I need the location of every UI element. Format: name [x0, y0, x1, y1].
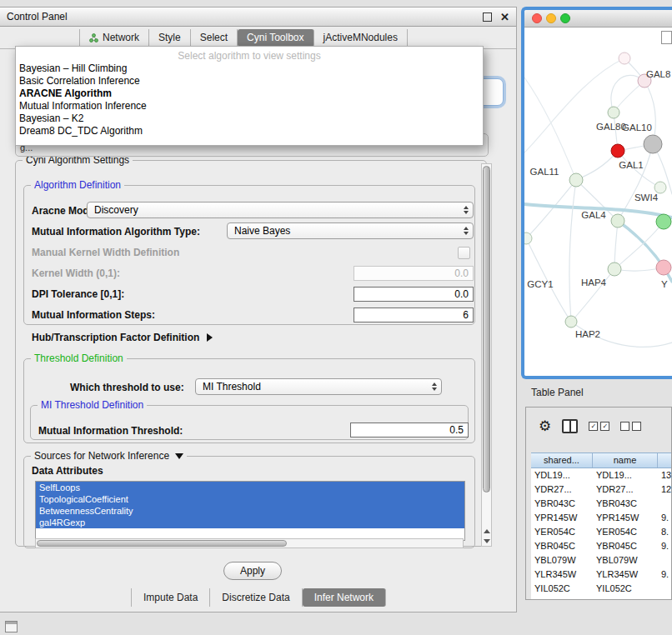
aracne-mode-value: Discovery [94, 204, 138, 216]
manual-kernel-checkbox[interactable] [458, 247, 470, 259]
node-label-gal10: GAL10 [622, 122, 652, 132]
table-cell: YER054C [593, 525, 658, 539]
scrollbar-thumb[interactable] [483, 166, 490, 492]
tab-label: Cyni Toolbox [247, 31, 303, 45]
table-cell: YBR045C [531, 539, 593, 553]
dpi-tolerance-field[interactable] [354, 287, 474, 302]
network-node[interactable] [644, 135, 662, 153]
tab-select[interactable]: Select [191, 29, 238, 47]
bottom-tab-infer-network[interactable]: Infer Network [303, 588, 386, 607]
scroll-down-icon[interactable] [484, 539, 490, 543]
network-node[interactable] [656, 214, 671, 229]
tab-label: Network [103, 31, 139, 45]
manual-kernel-label: Manual Kernel Width Definition [32, 247, 179, 258]
node-label-gal1: GAL1 [619, 160, 643, 170]
attribute-gal4rgexp[interactable]: gal4RGexp [36, 517, 464, 528]
table-cell: YBR045C [593, 539, 658, 553]
algorithm-option-bayesian-hill-climbing[interactable]: Bayesian – Hill Climbing [16, 62, 483, 75]
checked-box-glyph: ✓ [600, 422, 609, 431]
column-header-col2[interactable] [658, 453, 672, 468]
bottom-tab-impute-data[interactable]: Impute Data [131, 588, 210, 607]
network-node[interactable] [654, 182, 666, 193]
algorithm-option-dream8-dc-tdc-algorithm[interactable]: Dream8 DC_TDC Algorithm [16, 125, 483, 138]
table-row[interactable]: YBL079WYBL079W [531, 553, 672, 568]
algorithm-option-mutual-information-inference[interactable]: Mutual Information Inference [16, 100, 483, 112]
aracne-mode-select[interactable]: Discovery [87, 202, 474, 218]
network-node[interactable] [524, 232, 532, 244]
close-traffic-light-icon[interactable] [532, 13, 542, 23]
algorithm-option-bayesian-k2[interactable]: Bayesian – K2 [16, 112, 483, 125]
table-cell: YIL052C [531, 582, 593, 596]
network-node[interactable] [611, 214, 624, 228]
attribute-topologicalcoefficient[interactable]: TopologicalCoefficient [36, 493, 464, 505]
select-all-icon[interactable]: ✓ ✓ [589, 422, 609, 431]
scroll-up-icon[interactable] [484, 529, 490, 533]
hub-definition-expander[interactable]: Hub/Transcription Factor Definition [32, 332, 213, 343]
network-edge [614, 221, 618, 269]
kernel-width-label: Kernel Width (0,1): [32, 268, 120, 279]
attribute-betweennesscentrality[interactable]: BetweennessCentrality [36, 505, 464, 517]
minimize-traffic-light-icon[interactable] [546, 13, 556, 23]
attributes-horizontal-scrollbar[interactable] [35, 538, 464, 548]
table-cell: YPR145W [593, 511, 658, 525]
dpi-tolerance-label: DPI Tolerance [0,1]: [32, 288, 124, 300]
bottom-tab-discretize-data[interactable]: Discretize Data [210, 588, 302, 607]
network-node[interactable] [608, 262, 621, 276]
mi-threshold-field[interactable] [350, 422, 469, 438]
column-header-name[interactable]: name [593, 453, 658, 468]
stepper-icon [432, 382, 437, 391]
table-cell: YBR043C [593, 497, 658, 511]
mi-steps-field[interactable] [354, 308, 474, 322]
expand-hub-icon [207, 333, 213, 342]
network-edge [614, 222, 664, 269]
algorithm-option-basic-correlation-inference[interactable]: Basic Correlation Inference [16, 75, 483, 88]
table-row[interactable]: YER054CYER054C8. [531, 525, 672, 539]
node-label-gcy1: GCY1 [527, 279, 553, 289]
node-label-y: Y [661, 279, 668, 289]
table-row[interactable]: YDL19...YDL19...13 [531, 468, 672, 482]
table-row[interactable]: YLR345WYLR345W9. [531, 568, 672, 582]
tab-network[interactable]: Network [79, 29, 149, 47]
table-row[interactable]: YBR045CYBR045C9. [531, 539, 672, 553]
hscrollbar-thumb[interactable] [37, 540, 287, 547]
mi-algorithm-type-label: Mutual Information Algorithm Type: [32, 226, 200, 238]
canvas-corner-box [661, 31, 672, 44]
restore-panel-icon[interactable] [5, 621, 18, 632]
network-node[interactable] [656, 260, 671, 275]
apply-button[interactable]: Apply [223, 562, 282, 580]
network-node[interactable] [611, 144, 624, 158]
table-row[interactable]: YBR043CYBR043C [531, 497, 672, 511]
sources-legend[interactable]: Sources for Network Inference [31, 450, 187, 462]
node-label-gal4: GAL4 [581, 210, 606, 220]
network-canvas[interactable]: GAL8GAL80GAL10GAL11GAL1SWI4GAL4GCY1HAP4Y… [524, 28, 672, 377]
node-label-gal11: GAL11 [530, 167, 559, 177]
deselect-all-icon[interactable] [620, 422, 641, 431]
zoom-traffic-light-icon[interactable] [560, 13, 570, 23]
network-node[interactable] [569, 173, 583, 187]
attribute-selfloops[interactable]: SelfLoops [36, 482, 464, 493]
table-row[interactable]: YPR145WYPR145W9. [531, 511, 672, 525]
table-row[interactable]: YIL052CYIL052C [531, 582, 672, 596]
tab-jactivemnodules[interactable]: jActiveMNodules [314, 29, 408, 47]
which-threshold-select[interactable]: MI Threshold [195, 378, 442, 395]
algorithm-option-aracne-algorithm[interactable]: ARACNE Algorithm [16, 88, 483, 100]
checked-box-glyph: ✓ [589, 422, 598, 431]
tab-style[interactable]: Style [149, 29, 191, 47]
network-node[interactable] [608, 107, 619, 118]
data-attributes-list[interactable]: SelfLoopsTopologicalCoefficientBetweenne… [35, 481, 465, 541]
columns-icon[interactable] [562, 419, 578, 433]
network-edge [524, 58, 624, 152]
table-cell: YBL079W [531, 553, 593, 568]
node-table: shared...name YDL19...YDL19...13YDR27...… [531, 452, 672, 599]
float-window-icon[interactable] [483, 12, 492, 22]
network-node[interactable] [619, 52, 630, 64]
tab-cyni-toolbox[interactable]: Cyni Toolbox [238, 29, 313, 47]
table-row[interactable]: YDR27...YDR27...12 [531, 482, 672, 497]
mi-algorithm-type-select[interactable]: Naive Bayes [227, 222, 474, 239]
column-header-shared[interactable]: shared... [531, 453, 593, 468]
close-icon[interactable]: ✕ [500, 12, 509, 22]
settings-scrollbar[interactable] [481, 163, 492, 547]
table-cell: 13 [658, 468, 672, 482]
network-node[interactable] [565, 316, 577, 328]
gear-icon[interactable]: ⚙ [539, 419, 551, 433]
